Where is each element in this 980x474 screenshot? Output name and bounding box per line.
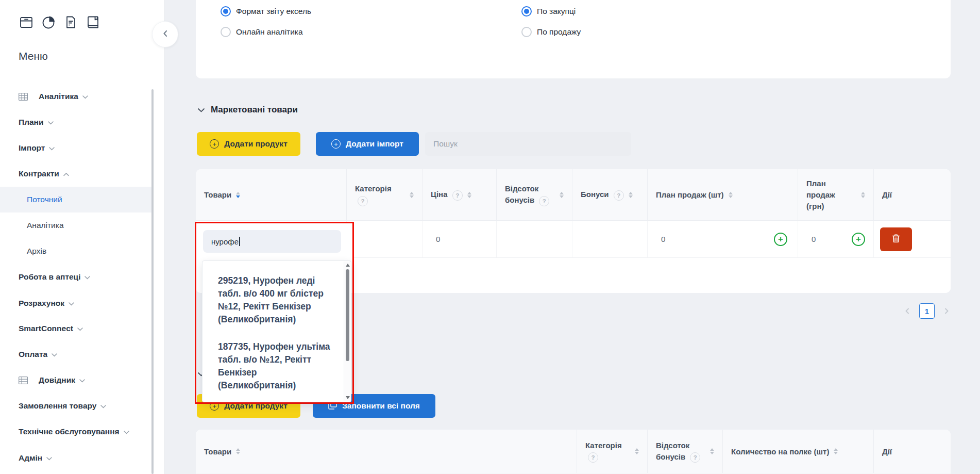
- search-input[interactable]: [425, 132, 631, 156]
- add-value-icon[interactable]: +: [774, 233, 787, 246]
- sort-icon[interactable]: [635, 448, 639, 454]
- help-icon[interactable]: ?: [614, 190, 624, 201]
- add-product-button[interactable]: + Додати продукт: [197, 132, 300, 156]
- help-icon[interactable]: ?: [690, 452, 700, 463]
- column-header-price[interactable]: Ціна ?: [423, 169, 497, 220]
- delete-row-button[interactable]: [880, 227, 912, 251]
- scrollbar-thumb[interactable]: [346, 269, 349, 361]
- column-header-bonus-percent[interactable]: Відсоток бонусів ?: [497, 169, 572, 220]
- add-import-button[interactable]: + Додати імпорт: [316, 132, 419, 156]
- sidebar-item-label: Замовлення товару: [19, 401, 96, 411]
- pie-chart-icon[interactable]: [41, 14, 56, 30]
- sort-icon[interactable]: [410, 192, 414, 198]
- radio-selected-icon[interactable]: [221, 6, 231, 17]
- product-search-field[interactable]: [203, 230, 341, 253]
- sidebar-item-label: Аналітика: [39, 92, 78, 101]
- scroll-up-icon[interactable]: [346, 264, 350, 267]
- shelf-products-table: Товари Категорія ? Відсоток бонусів ? Ко…: [196, 430, 951, 474]
- table-header-row: Товари Категорія ? Відсоток бонусів ? Ко…: [196, 430, 951, 473]
- sidebar-item-plans[interactable]: Плани: [0, 109, 153, 135]
- column-header-sales-plan-qty[interactable]: План продаж (шт): [648, 169, 798, 220]
- product-search-highlight: 295219, Нурофен леді табл. в/о 400 мг бл…: [195, 222, 354, 404]
- sidebar-item-payment[interactable]: Оплата: [0, 341, 153, 367]
- help-icon[interactable]: ?: [358, 196, 368, 206]
- sidebar-item-contracts[interactable]: Контракти: [0, 161, 153, 187]
- book-icon[interactable]: [85, 14, 100, 30]
- sidebar-subitem-label: Поточний: [27, 195, 62, 204]
- sidebar-item-label: Довідник: [39, 375, 75, 385]
- archive-icon[interactable]: [19, 14, 34, 30]
- product-search-input[interactable]: [211, 237, 314, 246]
- help-icon[interactable]: ?: [452, 190, 463, 201]
- sidebar-top-icons: [19, 14, 100, 30]
- column-header-category[interactable]: Категорія ?: [347, 169, 423, 220]
- scroll-down-icon[interactable]: [346, 396, 350, 399]
- cell-sales-plan-uah: 0 +: [798, 221, 874, 257]
- sidebar-item-directory[interactable]: Довідник: [0, 367, 153, 393]
- grid-icon: [19, 93, 28, 101]
- sidebar-item-product-order[interactable]: Замовлення товару: [0, 393, 153, 419]
- trash-icon: [890, 233, 902, 246]
- marketed-section-header[interactable]: Маркетовані товари: [198, 105, 298, 115]
- radio-selected-icon[interactable]: [521, 6, 532, 17]
- sort-icon[interactable]: [834, 448, 838, 454]
- radio-option-by-sale[interactable]: По продажу: [521, 26, 581, 38]
- column-label: Категорія: [355, 184, 392, 193]
- sort-icon[interactable]: [710, 448, 714, 454]
- radio-option-excel-report[interactable]: Формат звіту ексель: [221, 5, 311, 18]
- radio-unselected-icon[interactable]: [521, 27, 532, 37]
- cell-category: [347, 221, 423, 257]
- next-page-icon[interactable]: [942, 306, 951, 316]
- radio-unselected-icon[interactable]: [221, 27, 231, 37]
- sort-icon[interactable]: [236, 448, 240, 454]
- document-icon[interactable]: [63, 14, 78, 30]
- column-label: Дії: [882, 190, 892, 199]
- chevron-down-icon: [124, 427, 129, 436]
- dropdown-scrollbar[interactable]: [344, 261, 350, 401]
- sidebar-collapse-button[interactable]: [152, 21, 178, 47]
- previous-page-icon[interactable]: [903, 306, 912, 316]
- column-header-shelf-qty[interactable]: Количество на полке (шт): [723, 430, 874, 473]
- suggestion-item[interactable]: 295219, Нурофен леді табл. в/о 400 мг бл…: [218, 274, 334, 326]
- sort-icon[interactable]: [629, 192, 633, 198]
- page-number-button[interactable]: 1: [919, 303, 935, 319]
- sidebar-item-label: Технічне обслуговування: [19, 427, 120, 436]
- column-header-sales-plan-uah[interactable]: План продаж (грн): [798, 169, 874, 220]
- sidebar-item-admin[interactable]: Адмін: [0, 445, 153, 471]
- sidebar-item-import[interactable]: Імпорт: [0, 135, 153, 161]
- sort-icon[interactable]: [236, 192, 240, 198]
- chevron-down-icon: [69, 299, 74, 308]
- sort-icon[interactable]: [560, 192, 564, 198]
- price-value: 0: [423, 235, 440, 243]
- sidebar-item-label: Імпорт: [19, 143, 45, 153]
- add-import-label: Додати імпорт: [346, 139, 403, 149]
- sidebar-item-maintenance[interactable]: Технічне обслуговування: [0, 419, 153, 445]
- radio-option-by-purchase[interactable]: По закупці: [521, 5, 576, 18]
- sort-icon[interactable]: [467, 192, 471, 198]
- help-icon[interactable]: ?: [539, 196, 549, 206]
- column-header-products[interactable]: Товари: [196, 169, 347, 220]
- sidebar-item-smartconnect[interactable]: SmartConnect: [0, 316, 153, 341]
- column-header-category[interactable]: Категорія ?: [577, 430, 648, 473]
- help-icon[interactable]: ?: [588, 452, 598, 463]
- column-header-bonuses[interactable]: Бонуси ?: [572, 169, 648, 220]
- chevron-left-icon: [161, 29, 170, 39]
- sidebar-item-current[interactable]: Поточний: [0, 187, 153, 213]
- sidebar-item-contracts-analytics[interactable]: Аналітика: [0, 213, 153, 238]
- column-header-bonus-percent[interactable]: Відсоток бонусів ?: [648, 430, 723, 473]
- column-header-products[interactable]: Товари: [196, 430, 577, 473]
- sidebar-item-calculation[interactable]: Розрахунок: [0, 290, 153, 316]
- sidebar-item-archive[interactable]: Архів: [0, 238, 153, 264]
- column-label: Дії: [882, 447, 892, 456]
- sidebar-item-analytics[interactable]: Аналітика: [0, 84, 153, 109]
- section-collapse-icon[interactable]: [198, 105, 205, 115]
- sort-icon[interactable]: [729, 192, 733, 198]
- add-value-icon[interactable]: +: [852, 233, 865, 246]
- sidebar-item-pharmacy-work[interactable]: Робота в аптеці: [0, 264, 153, 290]
- sort-icon[interactable]: [861, 192, 865, 198]
- chevron-down-icon: [52, 350, 57, 359]
- sidebar-scrollbar[interactable]: [151, 89, 154, 474]
- radio-option-online-analytics[interactable]: Онлайн аналітика: [221, 26, 303, 38]
- suggestion-item[interactable]: 187735, Нурофен ультіма табл. в/о №12, Р…: [218, 340, 334, 392]
- cell-sales-plan-qty: 0 +: [648, 221, 798, 257]
